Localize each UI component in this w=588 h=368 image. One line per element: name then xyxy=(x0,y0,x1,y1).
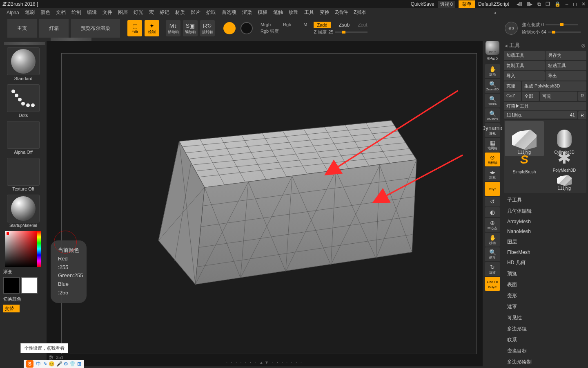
quicksave-button[interactable]: QuickSave xyxy=(411,1,434,7)
edit-button[interactable]: ▢Edit xyxy=(127,20,142,36)
forward-icon[interactable]: Ⅲ▸ xyxy=(527,1,532,7)
section-contact[interactable]: 联系 xyxy=(504,334,586,346)
aahalf-button[interactable]: 🔍AC50% xyxy=(485,108,500,122)
menu-macro[interactable]: 宏 xyxy=(149,9,154,16)
viewport-timeline[interactable]: · · · · · · · ▲▼ · · · · · · · xyxy=(226,360,303,365)
section-surface[interactable]: 表面 xyxy=(504,279,586,290)
m-toggle[interactable]: M xyxy=(303,22,307,27)
brush-selector[interactable]: Standard xyxy=(5,47,42,83)
menu-picker[interactable]: 拾取 xyxy=(206,9,216,16)
scroll-button[interactable]: ✋滚动 xyxy=(485,64,500,78)
ime-tools[interactable]: ✎ 😊 🎤 ⚙ 👕 ⊞ xyxy=(43,361,81,367)
lightbox-tab[interactable]: 灯箱 xyxy=(39,19,69,38)
swap-color-button[interactable]: 切换颜色 xyxy=(2,296,45,302)
menu-stencil[interactable]: 模板 xyxy=(258,9,267,16)
zoom-button[interactable]: 🔍缩放 xyxy=(485,247,500,261)
panel-collapse-icon[interactable]: ◂ xyxy=(494,10,496,16)
goz-button[interactable]: GoZ xyxy=(504,92,521,101)
menu-stroke[interactable]: 笔触 xyxy=(273,9,283,16)
symmetry-button[interactable]: ◂▸对称 xyxy=(485,167,500,181)
live-boolean-tab[interactable]: 预览布尔渲染 xyxy=(71,19,120,38)
tool-item-simplebrush[interactable]: SSimpleBrush xyxy=(505,157,544,176)
menu-material[interactable]: 材质 xyxy=(175,9,185,16)
ime-settings-tooltip[interactable]: 个性设置，点我看看 xyxy=(20,343,68,353)
home-tab[interactable]: 主页 xyxy=(7,19,37,38)
ime-lang[interactable]: 中 xyxy=(36,361,41,368)
floor-grid-button[interactable]: ▦地网格 xyxy=(485,138,500,152)
menu-alpha[interactable]: Alpha xyxy=(7,10,19,16)
viewport-scrollgrip[interactable] xyxy=(51,38,91,41)
xyz-button[interactable]: Cxyz xyxy=(485,182,500,196)
actual-size-button[interactable]: 🔍100% xyxy=(485,94,500,108)
z-intensity-slider[interactable] xyxy=(335,31,368,33)
section-hd-geometry[interactable]: HD 几何 xyxy=(504,257,586,268)
default-zscript-button[interactable]: DefaultZScript xyxy=(478,1,509,7)
dynamic-persp-button[interactable]: Dynamic透视 xyxy=(485,123,500,137)
copy-tool-button[interactable]: 复制工具 xyxy=(504,61,545,70)
lock-icon[interactable]: 🔒 xyxy=(555,1,561,7)
menu-edit[interactable]: 编辑 xyxy=(87,9,97,16)
sogou-icon[interactable]: S xyxy=(26,360,33,368)
transp-button[interactable]: ◐ xyxy=(485,207,500,217)
tool-count-slider[interactable]: 111jhjg.41 xyxy=(504,111,577,119)
menu-marker[interactable]: 标记 xyxy=(160,9,169,16)
viewport[interactable]: · · · · · · · ▲▼ · · · · · · · xyxy=(47,41,483,366)
ime-taskbar[interactable]: S 中 ✎ 😊 🎤 ⚙ 👕 ⊞ xyxy=(24,360,84,368)
maximize-icon[interactable]: ◻ xyxy=(573,1,577,7)
section-layers[interactable]: 图层 xyxy=(504,236,586,247)
sphere-dark-icon[interactable] xyxy=(241,22,253,34)
menu-layer[interactable]: 图层 xyxy=(118,9,128,16)
zoom3d-button[interactable]: 🔍Zoom3D xyxy=(485,79,500,93)
swatch-black[interactable] xyxy=(3,277,20,294)
color-marker[interactable] xyxy=(6,232,9,235)
gyro-icon[interactable]: ⊕S xyxy=(505,22,518,35)
panel-arrow-icon[interactable]: ◂ xyxy=(505,43,508,49)
export-button[interactable]: 导出 xyxy=(546,71,586,81)
stroke-selector[interactable]: Dots xyxy=(5,84,42,120)
lasso-button[interactable]: ↺ xyxy=(485,197,500,206)
zsub-toggle[interactable]: Zsub xyxy=(339,22,350,28)
draw-size-slider[interactable] xyxy=(548,31,581,33)
menu-render[interactable]: 渲染 xyxy=(242,9,252,16)
section-nanomesh[interactable]: NanoMesh xyxy=(504,227,586,236)
save-as-button[interactable]: 另存为 xyxy=(546,51,586,60)
menu-light[interactable]: 灯光 xyxy=(134,9,143,16)
paste-tool-button[interactable]: 粘贴工具 xyxy=(546,61,586,70)
section-subtool[interactable]: 子工具 xyxy=(504,195,586,206)
section-fibermesh[interactable]: FiberMesh xyxy=(504,247,586,257)
import-button[interactable]: 导入 xyxy=(504,71,545,81)
panel-close-icon[interactable]: ⊘ xyxy=(581,43,586,49)
menu-tool[interactable]: 工具 xyxy=(304,9,314,16)
material-selector[interactable]: StartupMaterial xyxy=(5,195,42,230)
move-button[interactable]: ✋移动 xyxy=(485,233,500,247)
bpr-button[interactable]: BPR xyxy=(486,41,499,55)
zcut-toggle[interactable]: Zcut xyxy=(358,22,367,28)
texture-selector[interactable]: Texture Off xyxy=(5,158,42,194)
section-masking[interactable]: 遮罩 xyxy=(504,301,586,312)
tool-r-button[interactable]: R xyxy=(578,111,586,119)
menu-zplugin[interactable]: Z插件 xyxy=(335,9,348,16)
tool-item-duplicate[interactable]: 111jhjg xyxy=(545,175,584,192)
alpha-selector[interactable]: Alpha Off xyxy=(5,121,42,157)
load-tool-button[interactable]: 加载工具 xyxy=(504,51,545,60)
rotate-button[interactable]: ↻旋转 xyxy=(485,262,500,276)
menu-file[interactable]: 文件 xyxy=(102,9,112,16)
move-gizmo-button[interactable]: M↕移动轴 xyxy=(166,20,180,36)
make-polymesh3d-button[interactable]: 生成 PolyMesh3D xyxy=(522,81,586,91)
section-polygroups[interactable]: 多边形组 xyxy=(504,323,586,334)
rewind-icon[interactable]: ◂Ⅲ xyxy=(517,1,522,7)
focal-shift-slider[interactable] xyxy=(546,24,578,25)
lightbox-tools-button[interactable]: 灯箱▶工具 xyxy=(504,102,586,110)
local-transform-button[interactable]: ⊙局部轴 xyxy=(485,153,500,166)
color-picker[interactable] xyxy=(5,231,41,267)
swatch-white[interactable] xyxy=(21,277,38,294)
hue-slider[interactable] xyxy=(37,231,41,267)
mesh-cube[interactable] xyxy=(62,54,477,330)
alternate-button[interactable]: 交替 xyxy=(3,305,20,312)
clone-button[interactable]: 克隆 xyxy=(504,81,521,91)
menu-transform[interactable]: 变换 xyxy=(320,9,330,16)
menu-preferences[interactable]: 首选项 xyxy=(222,9,236,16)
rotate-gizmo-button[interactable]: R↻旋转轴 xyxy=(200,20,215,36)
section-deformation[interactable]: 变形 xyxy=(504,290,586,301)
menu-button[interactable]: 菜单 xyxy=(459,0,475,8)
